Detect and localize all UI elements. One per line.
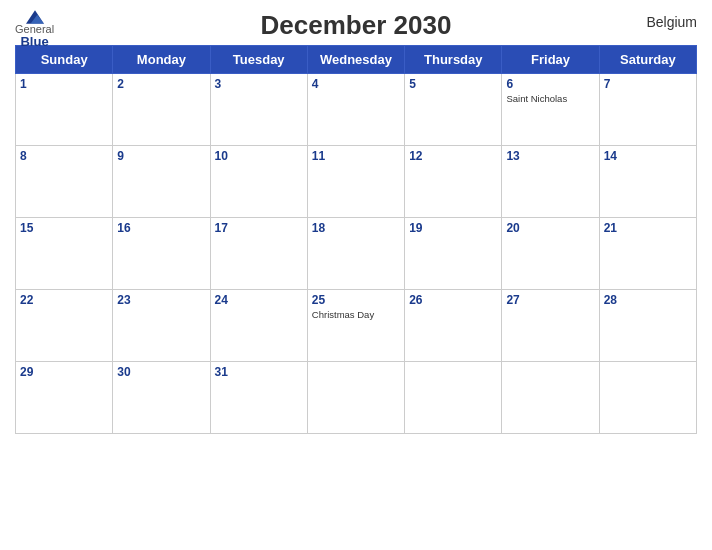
date-number: 14 [604, 149, 692, 163]
country-label: Belgium [646, 14, 697, 30]
date-number: 9 [117, 149, 205, 163]
date-number: 27 [506, 293, 594, 307]
calendar-cell-1-3: 11 [307, 146, 404, 218]
date-number: 17 [215, 221, 303, 235]
logo-icon [26, 10, 44, 24]
calendar-cell-3-4: 26 [405, 290, 502, 362]
date-number: 11 [312, 149, 400, 163]
calendar-cell-2-5: 20 [502, 218, 599, 290]
calendar-cell-1-1: 9 [113, 146, 210, 218]
calendar-cell-0-5: 6Saint Nicholas [502, 74, 599, 146]
week-row-1: 123456Saint Nicholas7 [16, 74, 697, 146]
logo-blue-text: Blue [20, 35, 48, 48]
date-number: 28 [604, 293, 692, 307]
date-number: 10 [215, 149, 303, 163]
calendar-title: December 2030 [261, 10, 452, 41]
day-header-monday: Monday [113, 46, 210, 74]
event-text: Christmas Day [312, 309, 400, 321]
calendar-cell-1-0: 8 [16, 146, 113, 218]
calendar-cell-3-3: 25Christmas Day [307, 290, 404, 362]
days-header-row: Sunday Monday Tuesday Wednesday Thursday… [16, 46, 697, 74]
date-number: 23 [117, 293, 205, 307]
calendar-cell-3-2: 24 [210, 290, 307, 362]
calendar-cell-2-0: 15 [16, 218, 113, 290]
calendar-cell-3-1: 23 [113, 290, 210, 362]
week-row-2: 891011121314 [16, 146, 697, 218]
day-header-friday: Friday [502, 46, 599, 74]
day-header-tuesday: Tuesday [210, 46, 307, 74]
date-number: 1 [20, 77, 108, 91]
calendar-cell-0-1: 2 [113, 74, 210, 146]
calendar-cell-3-5: 27 [502, 290, 599, 362]
calendar-cell-2-4: 19 [405, 218, 502, 290]
date-number: 15 [20, 221, 108, 235]
date-number: 7 [604, 77, 692, 91]
calendar-cell-1-2: 10 [210, 146, 307, 218]
calendar-table: Sunday Monday Tuesday Wednesday Thursday… [15, 45, 697, 434]
calendar-cell-4-3 [307, 362, 404, 434]
calendar-cell-3-6: 28 [599, 290, 696, 362]
calendar-cell-4-2: 31 [210, 362, 307, 434]
date-number: 20 [506, 221, 594, 235]
date-number: 31 [215, 365, 303, 379]
calendar-cell-4-6 [599, 362, 696, 434]
date-number: 5 [409, 77, 497, 91]
calendar-cell-0-4: 5 [405, 74, 502, 146]
calendar-cell-0-2: 3 [210, 74, 307, 146]
calendar-cell-1-4: 12 [405, 146, 502, 218]
logo: General Blue [15, 10, 54, 48]
week-row-3: 15161718192021 [16, 218, 697, 290]
date-number: 4 [312, 77, 400, 91]
date-number: 8 [20, 149, 108, 163]
day-header-wednesday: Wednesday [307, 46, 404, 74]
date-number: 18 [312, 221, 400, 235]
calendar-cell-4-1: 30 [113, 362, 210, 434]
date-number: 24 [215, 293, 303, 307]
day-header-saturday: Saturday [599, 46, 696, 74]
date-number: 13 [506, 149, 594, 163]
date-number: 2 [117, 77, 205, 91]
event-text: Saint Nicholas [506, 93, 594, 105]
day-header-sunday: Sunday [16, 46, 113, 74]
calendar-cell-1-5: 13 [502, 146, 599, 218]
calendar-cell-1-6: 14 [599, 146, 696, 218]
header-row: General Blue December 2030 Belgium [15, 10, 697, 41]
date-number: 22 [20, 293, 108, 307]
week-row-5: 293031 [16, 362, 697, 434]
date-number: 6 [506, 77, 594, 91]
date-number: 12 [409, 149, 497, 163]
date-number: 26 [409, 293, 497, 307]
date-number: 21 [604, 221, 692, 235]
calendar-cell-4-0: 29 [16, 362, 113, 434]
date-number: 3 [215, 77, 303, 91]
date-number: 16 [117, 221, 205, 235]
date-number: 29 [20, 365, 108, 379]
calendar-cell-2-3: 18 [307, 218, 404, 290]
calendar-cell-0-6: 7 [599, 74, 696, 146]
date-number: 25 [312, 293, 400, 307]
date-number: 30 [117, 365, 205, 379]
week-row-4: 22232425Christmas Day262728 [16, 290, 697, 362]
calendar-cell-0-0: 1 [16, 74, 113, 146]
calendar-cell-0-3: 4 [307, 74, 404, 146]
calendar-cell-4-5 [502, 362, 599, 434]
calendar-wrapper: General Blue December 2030 Belgium Sunda… [0, 0, 712, 550]
calendar-cell-2-6: 21 [599, 218, 696, 290]
date-number: 19 [409, 221, 497, 235]
calendar-cell-4-4 [405, 362, 502, 434]
calendar-cell-3-0: 22 [16, 290, 113, 362]
calendar-cell-2-1: 16 [113, 218, 210, 290]
day-header-thursday: Thursday [405, 46, 502, 74]
calendar-body: 123456Saint Nicholas78910111213141516171… [16, 74, 697, 434]
calendar-cell-2-2: 17 [210, 218, 307, 290]
